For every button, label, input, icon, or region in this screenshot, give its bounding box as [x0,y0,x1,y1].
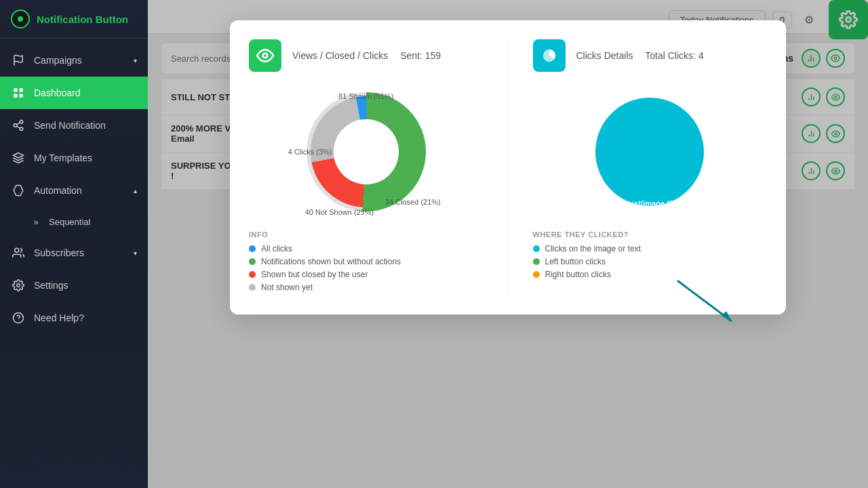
svg-point-7 [20,127,23,131]
main-content: Today Notifications 0 ⚙ Actions [148,0,868,488]
sidebar-item-settings[interactable]: Settings [0,269,148,302]
arrow-indicator [671,274,752,328]
svg-point-5 [20,121,23,124]
legend-all-clicks: All clicks [249,244,484,253]
chevron-icon: ▴ [134,187,137,195]
chevrons-right-icon: » [30,216,42,228]
share-icon [11,118,26,133]
users-icon [11,245,26,260]
sidebar-item-dashboard[interactable]: Dashboard [0,77,148,109]
chart1-title: Views / Closed / Clicks [292,50,388,61]
sidebar-item-need-help-label: Need Help? [34,312,84,323]
legend-image-text: Clicks on the image or text [533,244,768,253]
svg-rect-3 [14,94,17,98]
sidebar-logo: Notification Button [0,0,148,39]
modal-card: Views / Closed / Clicks Sent: 159 [230,20,786,314]
chart2-where-title: WHERE THEY CLICKED? [533,230,768,239]
segment-label-green: 81 Shown (51%) [338,92,393,100]
sidebar-item-sequential[interactable]: » Sequential [0,207,148,237]
svg-marker-40 [722,311,732,321]
sidebar-item-need-help[interactable]: Need Help? [0,302,148,334]
sidebar: Notification Button Campaigns ▾ Dashboar… [0,0,148,488]
sidebar-item-send-notification[interactable]: Send Notification [0,109,148,142]
svg-rect-1 [14,88,17,92]
svg-rect-2 [20,88,23,92]
legend-shown: Notifications shown but without actions [249,257,484,266]
sidebar-item-sequential-label: Sequential [49,217,90,227]
legend-left-button: Left button clicks [533,257,768,266]
layers-icon [11,150,26,165]
help-circle-icon [11,310,26,325]
pie-center-label: 4 On text/image (100%) [609,199,690,207]
chevron-icon: ▾ [134,57,137,64]
sidebar-item-my-templates[interactable]: My Templates [0,142,148,174]
panel-divider [508,39,509,296]
legend-not-shown: Not shown yet [249,283,484,292]
chart-panel-left: Views / Closed / Clicks Sent: 159 [249,39,484,296]
logo-icon [11,9,30,28]
sidebar-item-dashboard-label: Dashboard [34,87,81,98]
svg-point-38 [595,98,704,206]
eye-chart-icon [249,39,281,72]
sidebar-item-automation-label: Automation [34,185,82,196]
svg-point-12 [15,248,19,252]
chart2-title: Clicks Details [576,50,633,61]
sidebar-item-campaigns-label: Campaigns [34,55,82,66]
segment-label-gray: 40 Not Shown (25%) [305,208,374,216]
hexagon-icon [11,183,26,198]
sidebar-item-automation[interactable]: Automation ▴ [0,174,148,207]
chart2-total: Total Clicks: 4 [645,50,703,61]
flag-icon [11,53,26,68]
sidebar-item-my-templates-label: My Templates [34,152,92,163]
sidebar-navigation: Campaigns ▾ Dashboard Send Notification … [0,39,148,488]
svg-line-8 [16,126,20,128]
chart1-sent: Sent: 159 [400,50,441,61]
logo-text: Notification Button [37,14,128,25]
svg-point-37 [334,119,399,184]
donut-chart: 81 Shown (51%) 4 Clicks (3%) 40 Not Show… [298,84,434,220]
svg-rect-4 [20,94,23,98]
sidebar-item-subscribers[interactable]: Subscribers ▾ [0,237,148,269]
chart-panel-right: Clicks Details Total Clicks: 4 4 On text… [533,39,768,296]
pie-chart-icon [533,39,566,72]
chevron-icon: ▾ [134,249,137,257]
sidebar-item-campaigns[interactable]: Campaigns ▾ [0,44,148,77]
svg-point-6 [14,124,17,127]
sidebar-item-send-notification-label: Send Notification [34,120,106,131]
svg-point-13 [17,284,20,287]
pie-chart: 4 On text/image (100%) [582,84,717,220]
chart2-legend: WHERE THEY CLICKED? Clicks on the image … [533,230,768,279]
chart1-info-title: INFO [249,230,484,239]
grid-icon [11,85,26,100]
svg-marker-11 [14,186,23,196]
segment-label-blue: 4 Clicks (3%) [288,148,332,156]
segment-label-red: 34 Closed (21%) [385,198,441,206]
svg-line-9 [16,123,20,125]
svg-marker-10 [14,153,24,159]
chart1-legend: INFO All clicks Notifications shown but … [249,230,484,292]
settings-icon [11,278,26,293]
sidebar-item-settings-label: Settings [34,280,68,291]
sidebar-item-subscribers-label: Subscribers [34,247,84,258]
modal-overlay: Views / Closed / Clicks Sent: 159 [148,0,868,488]
legend-closed: Shown but closed by the user [249,270,484,279]
svg-point-33 [263,54,268,58]
